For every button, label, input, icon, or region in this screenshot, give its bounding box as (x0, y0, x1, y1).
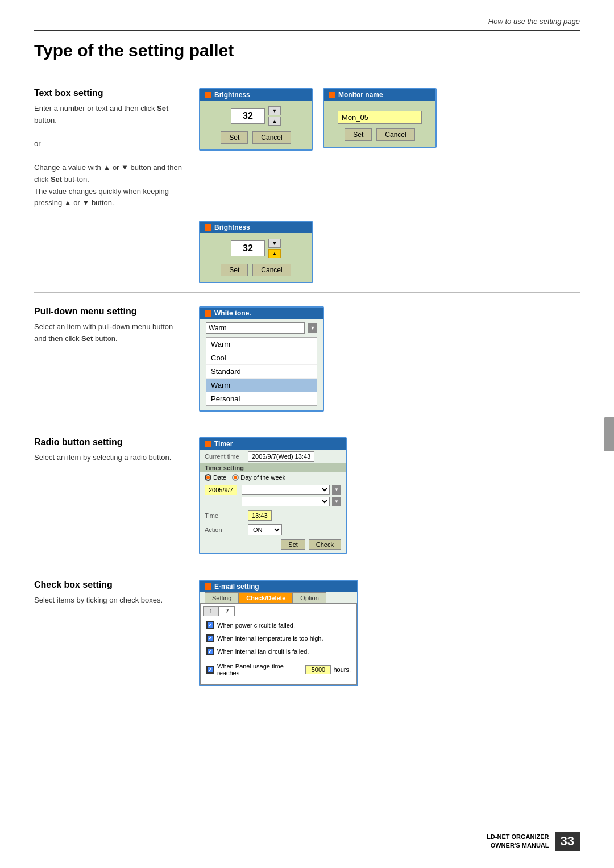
day-select-arrow-2[interactable]: ▼ (332, 497, 341, 506)
brightness-up-1[interactable]: ▲ (268, 117, 281, 126)
checkbox-3[interactable] (206, 647, 214, 655)
email-sub-tabs: 1 2 (201, 604, 356, 616)
brightness-btn-row-2: Set Cancel (207, 264, 305, 276)
brightness-arrows-2: ▼ ▲ (268, 239, 281, 258)
brightness-header-1: Brightness (200, 89, 312, 101)
monitor-widget: Monitor name Set Cancel (323, 88, 437, 148)
email-sub-tab-1[interactable]: 1 (203, 606, 219, 616)
monitor-header: Monitor name (324, 89, 435, 101)
timer-header: Timer (200, 438, 346, 450)
monitor-btn-row: Set Cancel (331, 128, 429, 141)
brightness-cancel-btn-2[interactable]: Cancel (252, 264, 291, 276)
monitor-cancel-btn[interactable]: Cancel (376, 128, 414, 141)
brightness-value-row-1: 32 ▼ ▲ (207, 106, 305, 126)
checkbox-label-1: When power circuit is failed. (217, 622, 295, 629)
radio-dayofweek[interactable]: Day of the week (232, 474, 285, 481)
email-body: 1 2 When power circuit is failed. When i… (200, 603, 357, 685)
brightness-arrows-1: ▼ ▲ (268, 106, 281, 126)
monitor-name-input[interactable] (338, 111, 422, 124)
tone-item-warm1[interactable]: Warm (206, 338, 317, 351)
tone-item-standard[interactable]: Standard (206, 365, 317, 379)
monitor-set-btn[interactable]: Set (345, 128, 372, 141)
header-icon-2 (205, 224, 211, 231)
radio-visuals: Timer Current time 2005/9/7(Wed) 13:43 T… (199, 437, 347, 554)
hours-input[interactable] (305, 665, 331, 674)
email-tab-setting[interactable]: Setting (205, 592, 239, 603)
page-number: 33 (555, 832, 580, 851)
brightness-down-2[interactable]: ▼ (268, 239, 281, 248)
section-checkbox: Check box setting Select items by tickin… (34, 566, 580, 697)
tone-label: White tone. (214, 309, 251, 317)
brightness-set-btn-1[interactable]: Set (221, 131, 248, 144)
header-icon-monitor (329, 92, 335, 98)
timer-label: Timer (214, 440, 233, 448)
brightness-down-1[interactable]: ▼ (268, 106, 281, 115)
tone-widget: White tone. Warm ▼ Warm Cool Standard Wa… (199, 306, 324, 412)
tone-item-cool[interactable]: Cool (206, 351, 317, 365)
timer-date-row: 2005/9/7 ▼ ▼ (200, 483, 346, 509)
tone-item-personal[interactable]: Personal (206, 392, 317, 405)
timer-time-value[interactable]: 13:43 (248, 510, 272, 521)
tone-header: White tone. (200, 308, 323, 319)
brightness-widget-2: Brightness 32 ▼ ▲ Set Cancel (199, 221, 313, 283)
timer-check-btn[interactable]: Check (309, 539, 341, 550)
tone-dropdown-value[interactable]: Warm (206, 322, 305, 334)
radio-date-label: Date (213, 474, 226, 481)
side-tab (604, 417, 614, 451)
timer-time-row: Time 13:43 (200, 509, 346, 522)
section-text-desc: Text box setting Enter a number or text … (34, 88, 182, 209)
section-title-pulldown: Pull-down menu setting (34, 306, 182, 317)
hours-prefix: When Panel usage time reaches (217, 663, 303, 676)
brightness-value-2: 32 (231, 240, 265, 256)
email-checkbox-item-4: When Panel usage time reaches hours. (206, 658, 351, 681)
brightness-set-btn-2[interactable]: Set (221, 264, 248, 276)
timer-current-label: Current time (205, 453, 244, 460)
brightness-widget-1: Brightness 32 ▼ ▲ Set Cancel (199, 88, 313, 151)
email-tab-option[interactable]: Option (293, 592, 326, 603)
timer-btn-row: Set Check (200, 537, 346, 553)
day-select-arrow-1[interactable]: ▼ (332, 485, 341, 495)
pulldown-visuals: White tone. Warm ▼ Warm Cool Standard Wa… (199, 306, 324, 412)
tone-dropdown-arrow[interactable]: ▼ (308, 323, 317, 333)
brightness-up-2[interactable]: ▲ (268, 249, 281, 258)
section-desc-radio: Select an item by selecting a radio butt… (34, 452, 182, 464)
email-checkbox-item-2: When internal temperature is too high. (206, 632, 351, 645)
header-icon-timer (205, 441, 211, 447)
brightness-btn-row-1: Set Cancel (207, 131, 305, 144)
timer-widget: Timer Current time 2005/9/7(Wed) 13:43 T… (199, 437, 347, 554)
brightness-body-2: 32 ▼ ▲ Set Cancel (200, 233, 312, 282)
email-sub-tab-2[interactable]: 2 (219, 606, 235, 616)
checkbox-1[interactable] (206, 621, 214, 629)
tone-item-warm2[interactable]: Warm (206, 379, 317, 392)
day-select-1[interactable] (242, 485, 330, 495)
email-checkbox-list: When power circuit is failed. When inter… (201, 616, 356, 684)
section-desc-textbox: Enter a number or text and then click Se… (34, 103, 182, 209)
timer-action-select[interactable]: ON OFF (248, 524, 282, 535)
tone-dropdown-row: Warm ▼ (200, 319, 323, 337)
timer-set-btn[interactable]: Set (281, 539, 305, 550)
timer-action-row: Action ON OFF (200, 522, 346, 537)
section-text-box: Text box setting Enter a number or text … (34, 74, 580, 221)
timer-date-right: ▼ ▼ (242, 485, 341, 506)
header-icon-1 (205, 92, 211, 98)
checkbox-2[interactable] (206, 634, 214, 642)
timer-action-label: Action (205, 526, 244, 533)
checkbox-label-3: When internal fan circuit is failed. (217, 648, 309, 655)
checkbox-4[interactable] (206, 666, 214, 674)
page-footer: LD-NET ORGANIZER OWNER'S MANUAL 33 (487, 832, 580, 851)
radio-dayofweek-circle[interactable] (232, 474, 239, 481)
timer-date-value: 2005/9/7 (205, 485, 237, 495)
email-tabs: Setting Check/Delete Option (200, 592, 357, 603)
day-select-2[interactable] (242, 497, 330, 506)
timer-current-row: Current time 2005/9/7(Wed) 13:43 (200, 450, 346, 463)
header-icon-tone (205, 310, 211, 317)
radio-date[interactable]: Date (205, 474, 226, 481)
radio-date-circle[interactable] (205, 474, 211, 481)
timer-setting-label: Timer setting (200, 463, 346, 472)
brightness-cancel-btn-1[interactable]: Cancel (252, 131, 291, 144)
section-text-radio: Radio button setting Select an item by s… (34, 437, 182, 464)
monitor-body: Set Cancel (324, 101, 435, 147)
email-tab-checkdelete[interactable]: Check/Delete (239, 592, 293, 603)
brightness-value-1: 32 (231, 108, 265, 124)
email-header: E-mail setting (200, 581, 357, 592)
